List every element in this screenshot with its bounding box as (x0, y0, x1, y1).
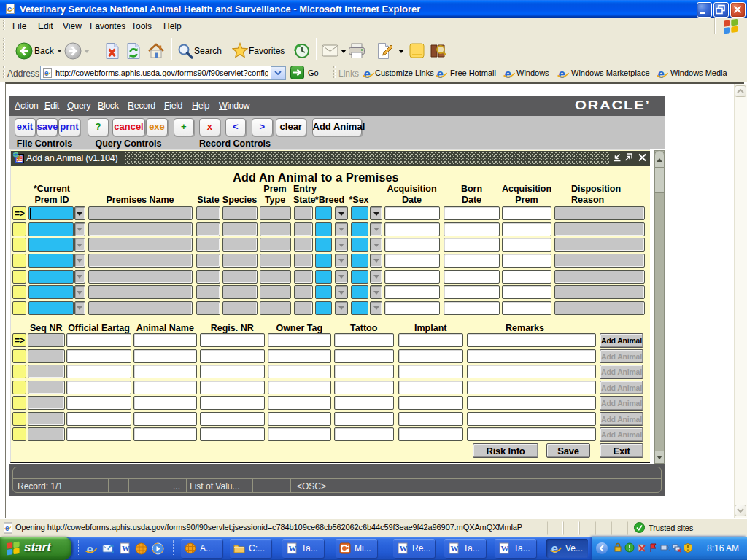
svg-text:W: W (122, 544, 130, 553)
svg-text:e: e (437, 68, 444, 79)
svg-text:W: W (501, 544, 509, 553)
svg-text:e: e (44, 69, 49, 77)
svg-text:e: e (87, 543, 93, 555)
svg-text:e: e (551, 542, 558, 554)
svg-text:e: e (364, 68, 371, 79)
svg-text:e: e (559, 68, 565, 79)
svg-text:e: e (7, 4, 12, 13)
svg-text:W: W (400, 544, 408, 553)
svg-text:W: W (451, 544, 459, 553)
svg-text:e: e (505, 68, 511, 79)
svg-text:e: e (658, 68, 665, 79)
svg-text:e: e (5, 524, 9, 532)
svg-text:W: W (289, 544, 297, 553)
